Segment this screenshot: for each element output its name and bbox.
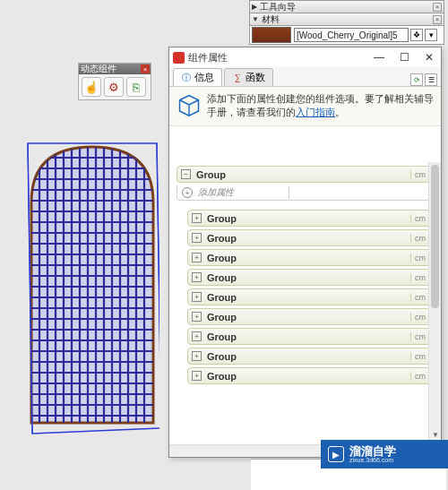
add-attribute-row[interactable]: +添加属性 bbox=[177, 185, 434, 201]
expand-icon[interactable]: + bbox=[192, 272, 202, 282]
tray-panel-materials: ▼ 材料 × bbox=[249, 13, 444, 25]
close-button[interactable]: ✕ bbox=[421, 51, 437, 64]
scroll-thumb[interactable] bbox=[431, 165, 439, 308]
expand-arrow-icon[interactable]: ▼ bbox=[252, 15, 259, 23]
dynamic-components-toolbar: 动态组件 × ☝ ⚙ ⎘ bbox=[78, 63, 151, 100]
panel-title: 动态组件 bbox=[79, 63, 141, 75]
unit-label: cm bbox=[410, 372, 429, 381]
expand-icon[interactable]: + bbox=[192, 312, 202, 322]
window-title: 组件属性 bbox=[188, 51, 371, 64]
expand-icon[interactable]: + bbox=[192, 371, 202, 381]
group-row[interactable]: +Groupcm bbox=[187, 249, 434, 266]
expand-icon[interactable]: + bbox=[192, 331, 202, 341]
unit-label: cm bbox=[410, 313, 429, 322]
info-banner: 添加下面的属性创建您的组件选项。要了解相关辅导手册，请查看我们的入门指南。 bbox=[169, 87, 441, 126]
groups-list: −Groupcm+添加属性+Groupcm+Groupcm+Groupcm+Gr… bbox=[169, 162, 441, 457]
model-lattice-screen[interactable] bbox=[25, 140, 159, 435]
tab-functions[interactable]: ∑ 函数 bbox=[224, 68, 273, 86]
watermark-url: zixue.3d66.com bbox=[349, 457, 396, 463]
group-label: Group bbox=[207, 371, 410, 382]
attributes-tool-icon[interactable]: ⎘ bbox=[126, 77, 146, 97]
close-icon[interactable]: × bbox=[141, 64, 150, 73]
group-row[interactable]: +Groupcm bbox=[187, 288, 434, 305]
group-row[interactable]: +Groupcm bbox=[187, 367, 434, 384]
group-label: Group bbox=[207, 233, 410, 244]
unit-label: cm bbox=[410, 332, 429, 341]
toggle-button[interactable]: ☰ bbox=[425, 73, 437, 86]
group-label: Group bbox=[207, 292, 410, 303]
unit-label: cm bbox=[410, 234, 429, 243]
group-label: Group bbox=[207, 331, 410, 342]
group-label: Group bbox=[207, 272, 410, 283]
unit-label: cm bbox=[410, 254, 429, 262]
group-label: Group bbox=[196, 169, 410, 180]
group-row[interactable]: −Groupcm bbox=[177, 166, 434, 183]
group-row[interactable]: +Groupcm bbox=[187, 210, 434, 227]
getting-started-link[interactable]: 入门指南 bbox=[296, 107, 335, 117]
unit-label: cm bbox=[410, 170, 429, 179]
window-titlebar[interactable]: 组件属性 — ☐ ✕ bbox=[169, 47, 441, 67]
tabs-row: ⓘ 信息 ∑ 函数 ⟳ ☰ bbox=[169, 67, 441, 87]
add-icon[interactable]: + bbox=[182, 187, 193, 198]
tray-title: 工具向导 bbox=[260, 1, 433, 13]
app-icon bbox=[173, 52, 185, 64]
material-create-button[interactable]: ▾ bbox=[425, 29, 437, 41]
vertical-scrollbar[interactable]: ▼ bbox=[428, 162, 441, 441]
scroll-down-arrow[interactable]: ▼ bbox=[429, 428, 442, 441]
group-label: Group bbox=[207, 351, 410, 362]
collapse-arrow-icon[interactable]: ▶ bbox=[252, 3, 257, 11]
maximize-button[interactable]: ☐ bbox=[396, 51, 412, 64]
close-icon[interactable]: × bbox=[433, 15, 442, 24]
function-icon: ∑ bbox=[232, 73, 243, 83]
tab-info[interactable]: ⓘ 信息 bbox=[173, 68, 222, 86]
group-label: Group bbox=[207, 213, 410, 224]
minimize-button[interactable]: — bbox=[371, 51, 387, 64]
material-swatch[interactable] bbox=[252, 27, 291, 43]
group-row[interactable]: +Groupcm bbox=[187, 348, 434, 365]
info-icon: ⓘ bbox=[181, 73, 192, 83]
group-row[interactable]: +Groupcm bbox=[187, 308, 434, 325]
expand-icon[interactable]: + bbox=[192, 213, 202, 223]
add-placeholder: 添加属性 bbox=[197, 186, 289, 199]
cube-icon bbox=[177, 92, 202, 117]
watermark-badge: ▶ 溜溜自学 zixue.3d66.com bbox=[321, 440, 448, 469]
add-value-field[interactable] bbox=[289, 185, 433, 200]
materials-row: [Wood_Cherry_Original]5 ❖ ▾ bbox=[249, 25, 444, 45]
material-picker-button[interactable]: ❖ bbox=[410, 29, 423, 41]
component-attributes-window: 组件属性 — ☐ ✕ ⓘ 信息 ∑ 函数 ⟳ ☰ 添加下面的属性创建您的组件选项… bbox=[168, 47, 442, 458]
group-label: Group bbox=[207, 312, 410, 322]
group-row[interactable]: +Groupcm bbox=[187, 328, 434, 345]
refresh-button[interactable]: ⟳ bbox=[410, 73, 423, 86]
group-row[interactable]: +Groupcm bbox=[187, 269, 434, 286]
options-tool-icon[interactable]: ⚙ bbox=[104, 77, 124, 97]
material-name-input[interactable]: [Wood_Cherry_Original]5 bbox=[294, 28, 409, 42]
unit-label: cm bbox=[410, 273, 429, 282]
group-label: Group bbox=[207, 253, 410, 263]
tray-title: 材料 bbox=[262, 13, 433, 26]
close-icon[interactable]: × bbox=[433, 3, 442, 12]
play-icon: ▶ bbox=[328, 446, 344, 462]
watermark-text: 溜溜自学 bbox=[349, 445, 396, 457]
expand-icon[interactable]: + bbox=[192, 253, 202, 262]
unit-label: cm bbox=[410, 214, 429, 223]
unit-label: cm bbox=[410, 352, 429, 361]
expand-icon[interactable]: + bbox=[192, 351, 202, 361]
tab-label: 信息 bbox=[194, 71, 214, 84]
tray-panel-tools: ▶ 工具向导 × bbox=[249, 0, 444, 13]
interact-tool-icon[interactable]: ☝ bbox=[82, 77, 101, 97]
expand-icon[interactable]: + bbox=[192, 233, 202, 243]
expand-icon[interactable]: + bbox=[192, 292, 202, 302]
collapse-icon[interactable]: − bbox=[181, 169, 191, 179]
group-row[interactable]: +Groupcm bbox=[187, 229, 434, 246]
unit-label: cm bbox=[410, 293, 429, 302]
tab-label: 函数 bbox=[246, 71, 265, 84]
banner-text: 添加下面的属性创建您的组件选项。要了解相关辅导手册，请查看我们的入门指南。 bbox=[207, 92, 434, 120]
